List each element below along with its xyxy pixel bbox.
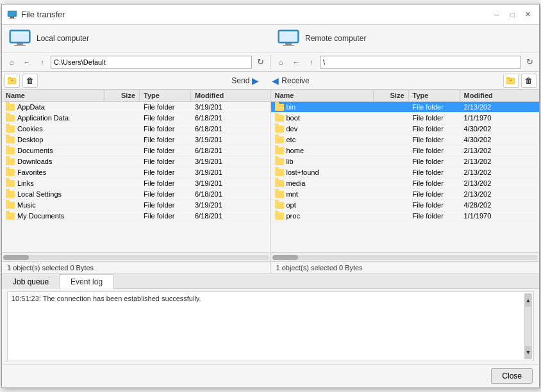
- table-row[interactable]: home File folder 2/13/202: [271, 145, 540, 156]
- table-row[interactable]: My Documents File folder 6/18/201: [2, 211, 270, 222]
- folder-icon: [275, 115, 284, 122]
- maximize-button[interactable]: □: [506, 8, 519, 21]
- window-title: File transfer: [21, 10, 490, 19]
- remote-nav-section: ⌂ ← ↑ ↻: [270, 55, 539, 69]
- local-refresh-button[interactable]: ↻: [253, 55, 267, 69]
- remote-new-folder-button[interactable]: +: [503, 74, 519, 88]
- local-home-button[interactable]: ⌂: [4, 55, 19, 69]
- scroll-up-btn[interactable]: ▲: [525, 294, 531, 307]
- table-row[interactable]: lib File folder 2/13/202: [271, 156, 540, 167]
- remote-scroll-x[interactable]: [271, 252, 540, 261]
- tab-job-queue[interactable]: Job queue: [2, 274, 60, 289]
- table-row[interactable]: mnt File folder 2/13/202: [271, 189, 540, 200]
- file-type: File folder: [140, 156, 191, 167]
- table-row[interactable]: AppData File folder 3/19/201: [2, 102, 270, 113]
- local-col-name[interactable]: Name: [2, 90, 104, 101]
- remote-col-name[interactable]: Name: [271, 90, 374, 101]
- close-button[interactable]: Close: [491, 368, 533, 384]
- file-type: File folder: [140, 167, 191, 177]
- scroll-down-btn[interactable]: ▼: [525, 346, 531, 359]
- remote-delete-button[interactable]: 🗑: [521, 74, 537, 88]
- table-row[interactable]: Application Data File folder 6/18/201: [2, 113, 270, 124]
- local-col-type[interactable]: Type: [140, 90, 191, 101]
- local-status: 1 object(s) selected 0 Bytes: [2, 262, 271, 274]
- remote-refresh-button[interactable]: ↻: [522, 55, 537, 69]
- transfer-right-tools: + 🗑: [315, 74, 537, 88]
- file-type: File folder: [409, 156, 460, 167]
- svg-rect-6: [14, 45, 26, 46]
- svg-text:+: +: [11, 78, 13, 83]
- table-row[interactable]: media File folder 2/13/202: [271, 178, 540, 189]
- folder-icon: [6, 213, 15, 220]
- status-bar: 1 object(s) selected 0 Bytes 1 object(s)…: [2, 262, 539, 274]
- table-row[interactable]: bin File folder 2/13/202: [271, 102, 540, 113]
- tab-event-log[interactable]: Event log: [60, 274, 113, 289]
- local-scroll-x[interactable]: [2, 252, 270, 261]
- svg-rect-4: [11, 31, 29, 42]
- receive-label: Receive: [281, 76, 309, 85]
- remote-up-button[interactable]: ↑: [304, 55, 319, 69]
- table-row[interactable]: lost+found File folder 2/13/202: [271, 167, 540, 178]
- local-new-folder-button[interactable]: +: [4, 74, 20, 88]
- remote-col-size[interactable]: Size: [374, 90, 409, 101]
- local-back-button[interactable]: ←: [20, 55, 34, 69]
- file-name: Favorites: [2, 167, 104, 177]
- transfer-bar: + 🗑 Send ▶ ◀ Receive + 🗑: [2, 72, 539, 90]
- file-modified: 4/30/202: [460, 135, 540, 145]
- file-type: File folder: [409, 178, 460, 188]
- file-name: dev: [271, 124, 374, 134]
- table-row[interactable]: etc File folder 4/30/202: [271, 135, 540, 145]
- log-scrollbar[interactable]: ▲ ▼: [524, 293, 532, 359]
- local-delete-button[interactable]: 🗑: [22, 74, 38, 88]
- file-type: File folder: [409, 113, 460, 123]
- local-up-button[interactable]: ↑: [35, 55, 49, 69]
- table-row[interactable]: Desktop File folder 3/19/201: [2, 135, 270, 145]
- table-row[interactable]: dev File folder 4/30/202: [271, 124, 540, 135]
- file-type: File folder: [409, 102, 460, 112]
- local-scroll-thumb[interactable]: [3, 255, 29, 260]
- table-row[interactable]: Local Settings File folder 6/18/201: [2, 189, 270, 200]
- remote-home-button[interactable]: ⌂: [274, 55, 288, 69]
- table-row[interactable]: Cookies File folder 6/18/201: [2, 124, 270, 135]
- receive-button[interactable]: ◀ Receive: [267, 74, 314, 87]
- file-name: lost+found: [271, 167, 374, 177]
- window-close-button[interactable]: ✕: [521, 8, 534, 21]
- folder-icon: [275, 136, 284, 143]
- file-size: [104, 189, 140, 199]
- table-row[interactable]: Documents File folder 6/18/201: [2, 145, 270, 156]
- table-row[interactable]: boot File folder 1/1/1970: [271, 113, 540, 124]
- file-size: [104, 178, 140, 188]
- scroll-track-area: [525, 307, 531, 346]
- table-row[interactable]: opt File folder 4/28/202: [271, 200, 540, 211]
- table-row[interactable]: Downloads File folder 3/19/201: [2, 156, 270, 167]
- file-size: [374, 102, 409, 112]
- local-col-modified[interactable]: Modified: [191, 90, 270, 101]
- remote-back-button[interactable]: ←: [289, 55, 303, 69]
- send-button[interactable]: Send ▶: [226, 74, 264, 87]
- remote-col-type[interactable]: Type: [409, 90, 460, 101]
- table-row[interactable]: Links File folder 3/19/201: [2, 178, 270, 189]
- file-name: bin: [271, 102, 374, 112]
- remote-file-table[interactable]: Name Size Type Modified bin File folder …: [271, 90, 540, 252]
- remote-panel: Name Size Type Modified bin File folder …: [271, 90, 540, 261]
- file-size: [104, 156, 140, 167]
- file-modified: 1/1/1970: [460, 113, 540, 123]
- table-row[interactable]: Music File folder 3/19/201: [2, 200, 270, 211]
- remote-new-folder-icon: +: [506, 77, 515, 85]
- local-col-size[interactable]: Size: [104, 90, 140, 101]
- file-name: AppData: [2, 102, 104, 112]
- folder-icon: [6, 136, 15, 143]
- file-type: File folder: [409, 124, 460, 134]
- table-row[interactable]: Favorites File folder 3/19/201: [2, 167, 270, 178]
- local-file-table[interactable]: Name Size Type Modified AppData File fol…: [2, 90, 270, 252]
- file-size: [104, 135, 140, 145]
- table-row[interactable]: proc File folder 1/1/1970: [271, 211, 540, 222]
- file-type: File folder: [409, 145, 460, 156]
- local-path-input[interactable]: [51, 56, 252, 69]
- transfer-middle-controls: Send ▶ ◀ Receive: [226, 74, 314, 87]
- minimize-button[interactable]: ─: [490, 8, 503, 21]
- remote-scroll-thumb[interactable]: [272, 255, 298, 260]
- remote-path-input[interactable]: [320, 56, 521, 69]
- file-panels: Name Size Type Modified AppData File fol…: [2, 90, 539, 262]
- remote-col-modified[interactable]: Modified: [460, 90, 540, 101]
